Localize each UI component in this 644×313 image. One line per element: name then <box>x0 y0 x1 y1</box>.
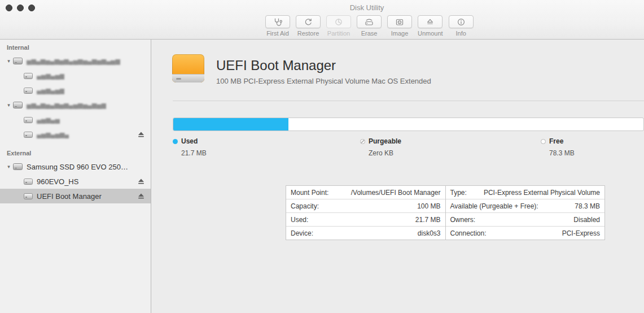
sidebar-section-internal: Internal <box>0 44 151 54</box>
image-icon <box>387 15 412 28</box>
details-table: Mount Point: /Volumes/UEFI Boot Manager … <box>286 185 605 240</box>
erase-button[interactable]: Erase <box>357 15 382 37</box>
first-aid-icon <box>265 15 290 28</box>
restore-icon <box>296 15 321 28</box>
sidebar-item-redacted-4[interactable]: ▾ ▅▆▄▆▅▄▆▅▆▄▅▆▅▄▆▅▆ <box>0 98 151 112</box>
sidebar-item-samsung-ssd[interactable]: ▾ Samsung SSD 960 EVO 250GB... <box>0 159 151 174</box>
sidebar: Internal ▾ ▅▆▄▆▅▄▆▅▆▄▅▆▅▄▆▅▆▄▅▆ ▄▅▆▄▅▆ ▄… <box>0 40 151 313</box>
sidebar-item-redacted-1[interactable]: ▾ ▅▆▄▆▅▄▆▅▆▄▅▆▅▄▆▅▆▄▅▆ <box>0 54 151 68</box>
eject-button[interactable] <box>138 193 144 199</box>
minimize-button[interactable] <box>17 5 24 11</box>
info-button[interactable]: Info <box>449 15 474 37</box>
erase-icon <box>357 15 382 28</box>
partition-button: Partition <box>326 15 351 37</box>
sidebar-item-uefi-boot-manager[interactable]: UEFI Boot Manager <box>0 189 151 203</box>
used-value: 21.7 MB <box>173 149 207 157</box>
purgeable-label: Purgeable <box>369 137 401 145</box>
free-label: Free <box>549 137 563 145</box>
eject-icon <box>138 132 144 138</box>
legend-used: Used 21.7 MB <box>173 137 207 157</box>
sidebar-item-redacted-2[interactable]: ▄▅▆▄▅▆ <box>0 68 151 83</box>
table-row: Mount Point: /Volumes/UEFI Boot Manager <box>286 186 445 199</box>
first-aid-button[interactable]: First Aid <box>265 15 290 37</box>
used-label: Used <box>181 137 198 145</box>
free-value: 78.3 MB <box>541 149 575 157</box>
details-right-column: Type: PCI-Express External Physical Volu… <box>446 185 606 240</box>
window-title: Disk Utility <box>350 3 384 12</box>
table-row: Capacity: 100 MB <box>286 199 445 212</box>
table-row: Available (Purgeable + Free): 78.3 MB <box>446 199 605 212</box>
disk-utility-window: Disk Utility First Aid <box>0 0 644 313</box>
table-row: Connection: PCI-Express <box>446 226 605 240</box>
eject-button[interactable] <box>138 132 144 138</box>
legend-purgeable: Purgeable Zero KB <box>360 137 401 157</box>
sidebar-item-redacted-5[interactable]: ▄▅▆▄▅ <box>0 112 151 127</box>
divider <box>173 101 644 101</box>
legend-free: Free 78.3 MB <box>541 137 575 157</box>
eject-icon <box>138 193 144 199</box>
volume-subtitle: 100 MB PCI-Express External Physical Vol… <box>216 77 431 85</box>
volume-title: UEFI Boot Manager <box>216 58 336 73</box>
eject-button[interactable] <box>138 179 144 185</box>
sidebar-item-960evo-hs[interactable]: 960EVO_HS <box>0 174 151 189</box>
table-row: Device: disk0s3 <box>286 226 445 240</box>
table-row: Used: 21.7 MB <box>286 212 445 226</box>
main-panel: UEFI Boot Manager 100 MB PCI-Express Ext… <box>152 40 644 313</box>
sidebar-item-redacted-6[interactable]: ▄▅▆▄▅▆▄ <box>0 127 151 142</box>
volume-icon <box>24 117 33 123</box>
info-icon <box>449 15 474 28</box>
used-dot-icon <box>173 139 178 144</box>
purgeable-value: Zero KB <box>360 149 401 157</box>
volume-icon <box>24 132 33 138</box>
free-circle-icon <box>541 139 546 144</box>
zoom-button[interactable] <box>28 5 35 11</box>
sidebar-item-redacted-3[interactable]: ▄▅▆▄▅▆ <box>0 83 151 98</box>
unmount-button[interactable]: Unmount <box>418 15 443 37</box>
close-button[interactable] <box>6 5 12 11</box>
restore-button[interactable]: Restore <box>296 15 321 37</box>
toolbar: First Aid Restore <box>265 15 474 37</box>
unmount-icon <box>418 15 443 28</box>
sidebar-section-external: External <box>0 150 151 159</box>
disk-icon <box>13 58 23 64</box>
disclosure-triangle-icon[interactable]: ▾ <box>5 164 13 169</box>
traffic-lights <box>6 5 35 11</box>
table-row: Owners: Disabled <box>446 212 605 226</box>
details-left-column: Mount Point: /Volumes/UEFI Boot Manager … <box>286 185 446 240</box>
disclosure-triangle-icon[interactable]: ▾ <box>5 102 13 108</box>
disk-icon <box>13 163 23 170</box>
volume-icon <box>24 179 33 185</box>
disclosure-triangle-icon[interactable]: ▾ <box>5 58 13 64</box>
usage-bar <box>173 118 644 131</box>
eject-icon <box>138 179 144 185</box>
image-button[interactable]: Image <box>387 15 412 37</box>
volume-icon <box>24 73 33 79</box>
titlebar-toolbar: Disk Utility First Aid <box>0 0 644 40</box>
external-drive-icon <box>172 54 204 82</box>
usage-bar-fill <box>173 118 288 131</box>
purgeable-circle-icon <box>360 139 365 144</box>
table-row: Type: PCI-Express External Physical Volu… <box>446 186 605 199</box>
volume-icon <box>24 193 33 199</box>
volume-icon <box>24 88 33 94</box>
partition-icon <box>326 15 351 28</box>
disk-icon <box>13 102 23 108</box>
